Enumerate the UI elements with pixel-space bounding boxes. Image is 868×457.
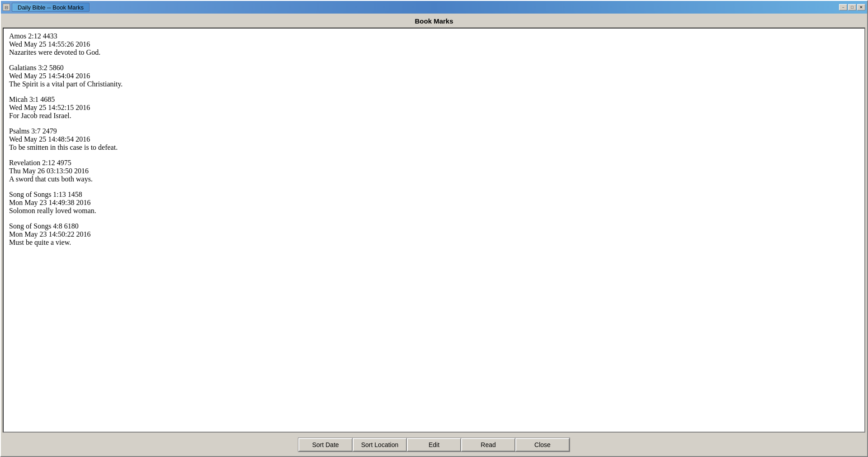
bookmark-note: A sword that cuts both ways. bbox=[9, 175, 859, 183]
bookmark-date: Wed May 25 14:55:26 2016 bbox=[9, 40, 859, 48]
bookmark-reference: Revelation 2:12 4975 bbox=[9, 159, 859, 167]
maximize-button[interactable]: □ bbox=[848, 4, 856, 10]
title-bar-controls: − □ ✕ bbox=[839, 4, 865, 10]
sort-location-button[interactable]: Sort Location bbox=[353, 438, 407, 452]
sort-date-button[interactable]: Sort Date bbox=[298, 438, 353, 452]
bookmark-note: Solomon really loved woman. bbox=[9, 207, 859, 215]
bookmark-entry: Revelation 2:12 4975Thu May 26 03:13:50 … bbox=[9, 159, 859, 183]
page-header: Book Marks bbox=[1, 14, 867, 28]
bookmark-entry: Song of Songs 1:13 1458Mon May 23 14:49:… bbox=[9, 190, 859, 215]
close-button[interactable]: ✕ bbox=[857, 4, 865, 10]
title-bar-title-area: Daily Bible -- Book Marks bbox=[12, 3, 90, 12]
bookmark-reference: Amos 2:12 4433 bbox=[9, 32, 859, 40]
read-button[interactable]: Read bbox=[461, 438, 515, 452]
bookmark-date: Mon May 23 14:49:38 2016 bbox=[9, 199, 859, 207]
bookmark-date: Wed May 25 14:48:54 2016 bbox=[9, 135, 859, 143]
bookmark-note: To be smitten in this case is to defeat. bbox=[9, 143, 859, 152]
button-bar: Sort Date Sort Location Edit Read Close bbox=[1, 434, 867, 456]
close-button[interactable]: Close bbox=[515, 438, 570, 452]
title-bar-title: Daily Bible -- Book Marks bbox=[18, 4, 84, 11]
bookmark-note: For Jacob read Israel. bbox=[9, 112, 859, 120]
bookmark-reference: Song of Songs 1:13 1458 bbox=[9, 190, 859, 199]
main-window: ⊟ Daily Bible -- Book Marks − □ ✕ Book M… bbox=[0, 0, 868, 457]
minimize-button[interactable]: − bbox=[839, 4, 847, 10]
bookmark-reference: Psalms 3:7 2479 bbox=[9, 127, 859, 135]
bookmarks-list[interactable]: Amos 2:12 4433Wed May 25 14:55:26 2016Na… bbox=[3, 28, 865, 433]
system-menu-button[interactable]: ⊟ bbox=[3, 4, 10, 11]
bookmark-entry: Psalms 3:7 2479Wed May 25 14:48:54 2016T… bbox=[9, 127, 859, 152]
bookmark-date: Wed May 25 14:54:04 2016 bbox=[9, 72, 859, 80]
bookmark-note: The Spirit is a vital part of Christiani… bbox=[9, 80, 859, 88]
bookmark-note: Must be quite a view. bbox=[9, 238, 859, 247]
bookmark-entry: Song of Songs 4:8 6180Mon May 23 14:50:2… bbox=[9, 222, 859, 247]
bookmark-reference: Galatians 3:2 5860 bbox=[9, 64, 859, 72]
bookmark-date: Thu May 26 03:13:50 2016 bbox=[9, 167, 859, 175]
bookmark-entry: Galatians 3:2 5860Wed May 25 14:54:04 20… bbox=[9, 64, 859, 88]
bookmark-note: Nazarites were devoted to God. bbox=[9, 48, 859, 57]
edit-button[interactable]: Edit bbox=[407, 438, 461, 452]
title-bar: ⊟ Daily Bible -- Book Marks − □ ✕ bbox=[1, 1, 867, 14]
bookmark-reference: Micah 3:1 4685 bbox=[9, 95, 859, 104]
bookmark-date: Wed May 25 14:52:15 2016 bbox=[9, 104, 859, 112]
bookmark-entry: Amos 2:12 4433Wed May 25 14:55:26 2016Na… bbox=[9, 32, 859, 57]
bookmark-entry: Micah 3:1 4685Wed May 25 14:52:15 2016Fo… bbox=[9, 95, 859, 120]
title-bar-left: ⊟ Daily Bible -- Book Marks bbox=[3, 3, 90, 12]
bookmark-date: Mon May 23 14:50:22 2016 bbox=[9, 230, 859, 238]
bookmark-reference: Song of Songs 4:8 6180 bbox=[9, 222, 859, 230]
